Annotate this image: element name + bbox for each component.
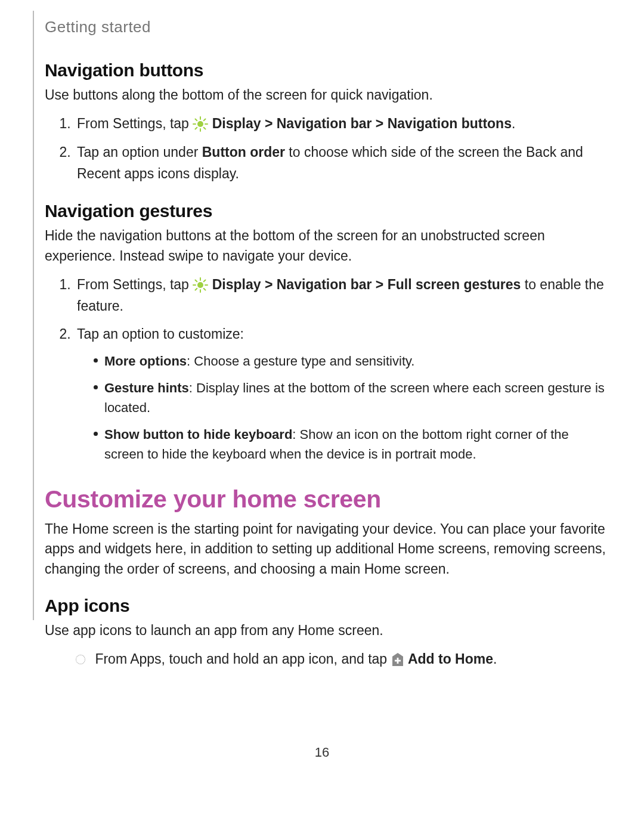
svg-line-6 xyxy=(204,128,206,129)
text: . xyxy=(493,651,497,667)
margin-rule xyxy=(33,11,34,620)
bold-text: Display > Navigation bar > Navigation bu… xyxy=(212,116,512,131)
list-item: Tap an option under Button order to choo… xyxy=(75,142,611,184)
bold-text: Gesture hints xyxy=(104,380,189,395)
bold-text: Show button to hide keyboard xyxy=(104,427,292,442)
bold-text: More options xyxy=(104,354,187,368)
text: From Settings, tap xyxy=(77,277,193,292)
ordered-list: From Settings, tap xyxy=(45,113,611,184)
list-item: Tap an option to customize: More options… xyxy=(75,324,611,464)
list-item: From Settings, tap xyxy=(75,113,611,135)
svg-rect-19 xyxy=(395,660,401,662)
breadcrumb: Getting started xyxy=(45,18,611,36)
list-item: Gesture hints: Display lines at the bott… xyxy=(94,378,611,417)
bold-text: Display > Navigation bar > Full screen g… xyxy=(212,277,521,292)
paragraph: Use buttons along the bottom of the scre… xyxy=(45,85,611,105)
text: Tap an option to customize: xyxy=(77,326,244,342)
svg-line-5 xyxy=(196,119,197,121)
list-item: More options: Choose a gesture type and … xyxy=(94,351,611,371)
page-number: 16 xyxy=(0,745,644,760)
svg-line-7 xyxy=(196,128,197,129)
text: . xyxy=(512,116,515,131)
svg-line-17 xyxy=(204,280,206,281)
svg-line-16 xyxy=(196,289,197,290)
heading-app-icons: App icons xyxy=(45,596,611,616)
bold-text: Add to Home xyxy=(408,651,493,667)
paragraph: Use app icons to launch an app from any … xyxy=(45,621,611,640)
heading-navigation-gestures: Navigation gestures xyxy=(45,201,611,221)
list-item: Show button to hide keyboard: Show an ic… xyxy=(94,425,611,464)
svg-line-14 xyxy=(196,280,197,281)
display-brightness-icon xyxy=(193,277,208,293)
bold-text: Button order xyxy=(202,144,285,160)
list-item: From Apps, touch and hold an app icon, a… xyxy=(45,649,611,670)
document-page: Getting started Navigation buttons Use b… xyxy=(0,0,644,775)
add-to-home-icon xyxy=(391,652,404,667)
list-item: From Settings, tap xyxy=(75,274,611,317)
paragraph: Hide the navigation buttons at the botto… xyxy=(45,226,611,266)
text: Tap an option under xyxy=(77,144,202,160)
sub-list: More options: Choose a gesture type and … xyxy=(77,351,611,464)
dotted-circle-icon xyxy=(76,655,85,664)
svg-line-15 xyxy=(204,289,206,290)
ordered-list: From Settings, tap xyxy=(45,274,611,464)
text: From Apps, touch and hold an app icon, a… xyxy=(95,651,391,667)
text: : Choose a gesture type and sensitivity. xyxy=(187,354,414,368)
svg-point-9 xyxy=(197,282,203,288)
heading-navigation-buttons: Navigation buttons xyxy=(45,60,611,80)
heading-customize-home-screen: Customize your home screen xyxy=(45,485,611,513)
svg-line-8 xyxy=(204,119,206,121)
text: From Settings, tap xyxy=(77,116,193,131)
display-brightness-icon xyxy=(193,116,208,132)
paragraph: The Home screen is the starting point fo… xyxy=(45,519,611,579)
svg-point-0 xyxy=(197,121,203,127)
